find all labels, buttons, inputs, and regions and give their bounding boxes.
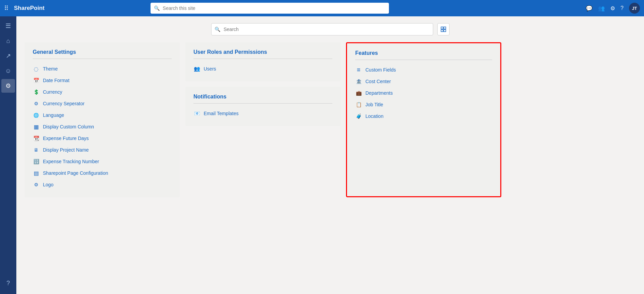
customcol-icon: [33, 123, 40, 130]
currency-label: Currency: [43, 89, 62, 95]
top-navigation: ⠿ SharePoint 🔍 💬 👥 ⚙ ? JT: [0, 0, 644, 16]
settings-item-tracknum[interactable]: Expense Tracking Number: [33, 156, 172, 167]
costcenter-label: Cost Center: [365, 79, 391, 84]
content-search-bar: 🔍: [211, 23, 450, 35]
top-nav-icons: 💬 👥 ⚙ ? JT: [586, 3, 640, 14]
grid-view-button[interactable]: [437, 23, 450, 35]
costcenter-icon: [355, 78, 362, 85]
tracknum-icon: [33, 158, 40, 165]
middle-column: User Roles and Permissions Users Notific…: [185, 42, 341, 197]
social-icon[interactable]: 👥: [598, 5, 605, 12]
users-icon: [193, 65, 200, 72]
help-icon[interactable]: ?: [621, 5, 624, 11]
users-label: Users: [204, 66, 216, 72]
sidebar-item-help[interactable]: ?: [1, 276, 15, 290]
settings-item-dateformat[interactable]: Date Format: [33, 75, 172, 86]
expfuture-label: Expense Future Days: [43, 136, 89, 141]
emailtpl-icon: [193, 110, 200, 117]
language-icon: [33, 112, 40, 119]
sidebar-item-people[interactable]: ☺: [1, 64, 15, 78]
logo-icon: [33, 181, 40, 188]
email-templates-item[interactable]: Email Templates: [193, 108, 332, 119]
grid-icon: [441, 27, 446, 32]
settings-nav-icon: ⚙: [5, 82, 11, 90]
top-search-container: 🔍: [151, 3, 389, 14]
sidebar-dark: ☰ ⌂ ↗ ☺ ⚙ ?: [0, 16, 16, 294]
jobtitle-icon: [355, 101, 362, 108]
departments-icon: [355, 90, 362, 96]
settings-item-expfuture[interactable]: Expense Future Days: [33, 133, 172, 144]
notifications-title: Notifications: [193, 94, 332, 104]
currencysep-label: Currency Seperator: [43, 101, 84, 106]
dateformat-icon: [33, 77, 40, 84]
features-item-location[interactable]: Location: [355, 110, 492, 122]
location-icon: [355, 113, 362, 120]
expfuture-icon: [33, 135, 40, 142]
general-settings-card: General Settings Theme Date Format Curre…: [25, 42, 180, 197]
features-item-customfields[interactable]: Custom Fields: [355, 64, 492, 76]
svg-rect-3: [444, 30, 446, 32]
settings-item-language[interactable]: Language: [33, 109, 172, 121]
content-area: 🔍 General Settings Theme: [16, 16, 644, 294]
features-item-jobtitle[interactable]: Job Title: [355, 99, 492, 110]
features-card: Features Custom Fields Cost Center Depar…: [346, 42, 501, 197]
top-search-icon: 🔍: [154, 5, 160, 11]
jobtitle-label: Job Title: [365, 102, 383, 107]
projname-icon: [33, 146, 40, 153]
departments-label: Departments: [365, 90, 393, 96]
user-roles-title: User Roles and Permissions: [193, 49, 332, 59]
settings-item-projname[interactable]: Display Project Name: [33, 144, 172, 156]
user-roles-card: User Roles and Permissions Users: [185, 42, 341, 81]
main-layout: ☰ ⌂ ↗ ☺ ⚙ ? 🔍: [0, 16, 644, 294]
location-label: Location: [365, 113, 383, 119]
features-title: Features: [355, 50, 492, 60]
dateformat-label: Date Format: [43, 78, 69, 83]
customfields-icon: [355, 66, 362, 73]
emailtpl-label: Email Templates: [204, 111, 238, 116]
customfields-label: Custom Fields: [365, 67, 396, 73]
settings-item-sharepointpage[interactable]: Sharepoint Page Configuration: [33, 167, 172, 179]
settings-item-currencysep[interactable]: Currency Seperator: [33, 98, 172, 109]
help-nav-icon: ?: [6, 280, 10, 287]
chat-icon[interactable]: 💬: [586, 5, 593, 12]
general-settings-title: General Settings: [33, 49, 172, 59]
top-search-input[interactable]: [151, 3, 389, 14]
content-search-icon: 🔍: [215, 27, 220, 32]
content-search-wrapper: 🔍: [211, 23, 433, 35]
theme-label: Theme: [43, 66, 58, 72]
sharepointpage-label: Sharepoint Page Configuration: [43, 170, 108, 176]
avatar[interactable]: JT: [629, 3, 640, 14]
waffle-icon[interactable]: ⠿: [4, 4, 9, 12]
customcol-label: Display Custom Column: [43, 124, 94, 129]
settings-icon[interactable]: ⚙: [610, 5, 615, 12]
language-label: Language: [43, 112, 64, 118]
users-item[interactable]: Users: [193, 63, 332, 75]
cards-grid: General Settings Theme Date Format Curre…: [25, 42, 501, 197]
currencysep-icon: [33, 100, 40, 107]
theme-icon: [33, 65, 40, 72]
sidebar-item-settings[interactable]: ⚙: [1, 79, 15, 93]
sharepointpage-icon: [33, 170, 40, 176]
settings-item-currency[interactable]: Currency: [33, 86, 172, 98]
menu-icon: ☰: [5, 22, 11, 30]
sidebar-item-menu[interactable]: ☰: [1, 19, 15, 33]
svg-rect-0: [441, 27, 443, 29]
content-search-input[interactable]: [211, 23, 433, 35]
chart-icon: ↗: [6, 52, 11, 60]
features-item-departments[interactable]: Departments: [355, 87, 492, 99]
logo-label: Logo: [43, 182, 53, 187]
settings-item-logo[interactable]: Logo: [33, 179, 172, 190]
settings-item-theme[interactable]: Theme: [33, 63, 172, 75]
currency-icon: [33, 89, 40, 95]
svg-rect-2: [441, 30, 443, 32]
sidebar-item-chart[interactable]: ↗: [1, 49, 15, 63]
notifications-card: Notifications Email Templates: [185, 87, 341, 126]
svg-rect-1: [444, 27, 446, 29]
settings-item-customcol[interactable]: Display Custom Column: [33, 121, 172, 133]
features-item-costcenter[interactable]: Cost Center: [355, 76, 492, 87]
home-icon: ⌂: [6, 37, 10, 45]
people-icon: ☺: [5, 67, 11, 75]
projname-label: Display Project Name: [43, 147, 89, 153]
tracknum-label: Expense Tracking Number: [43, 159, 99, 164]
sidebar-item-home[interactable]: ⌂: [1, 34, 15, 48]
